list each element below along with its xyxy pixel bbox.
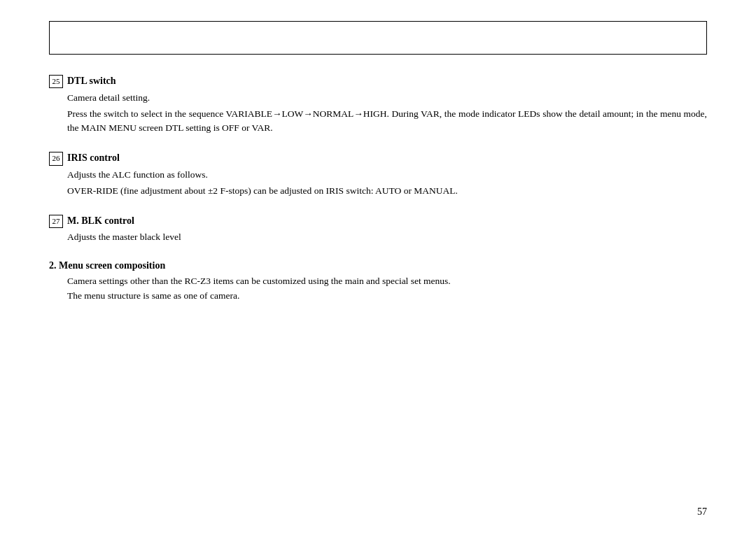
section-26-body: Adjusts the ALC function as follows. OVE… — [49, 168, 707, 199]
section-27-body: Adjusts the master black level — [49, 230, 707, 245]
section-25: 25 DTL switch Camera detail setting. Pre… — [49, 74, 707, 136]
section-27-para-1: Adjusts the master black level — [67, 230, 707, 245]
section-25-para-2: Press the switch to select in the sequen… — [67, 107, 707, 136]
section-27-title: M. BLK control — [67, 214, 134, 228]
menu-section-para-2: The menu structure is same as one of cam… — [67, 289, 707, 304]
page-container: 25 DTL switch Camera detail setting. Pre… — [0, 0, 756, 533]
menu-section-body: Camera settings other than the RC-Z3 ite… — [49, 274, 707, 304]
section-26-para-2: OVER-RIDE (fine adjustment about ±2 F-st… — [67, 184, 707, 199]
section-25-body: Camera detail setting. Press the switch … — [49, 91, 707, 136]
menu-section-title: 2. Menu screen composition — [49, 260, 707, 271]
section-26-number: 26 — [49, 152, 63, 165]
section-25-number: 25 — [49, 75, 63, 88]
section-27-number: 27 — [49, 215, 63, 228]
section-26-header: 26 IRIS control — [49, 151, 707, 165]
section-25-header: 25 DTL switch — [49, 74, 707, 88]
menu-section-para-1: Camera settings other than the RC-Z3 ite… — [67, 274, 707, 289]
menu-section: 2. Menu screen composition Camera settin… — [49, 260, 707, 304]
page-number: 57 — [697, 506, 707, 518]
section-27-header: 27 M. BLK control — [49, 214, 707, 228]
section-26-title: IRIS control — [67, 151, 120, 165]
section-25-title: DTL switch — [67, 74, 116, 88]
section-25-para-1: Camera detail setting. — [67, 91, 707, 106]
section-26-para-1: Adjusts the ALC function as follows. — [67, 168, 707, 183]
top-box — [49, 21, 707, 55]
section-26: 26 IRIS control Adjusts the ALC function… — [49, 151, 707, 198]
section-27: 27 M. BLK control Adjusts the master bla… — [49, 214, 707, 246]
